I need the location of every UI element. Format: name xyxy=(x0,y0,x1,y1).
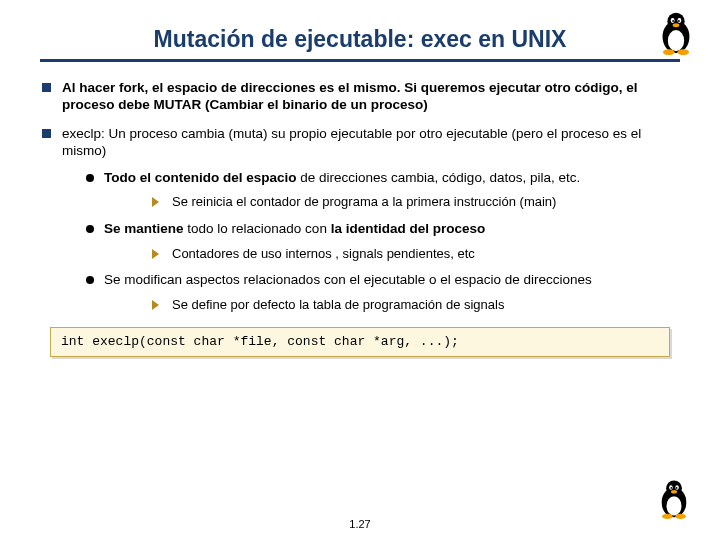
bullet-pc-reset: Se reinicia el contador de programa a la… xyxy=(104,194,680,210)
code-box: int execlp(const char *file, const char … xyxy=(50,327,670,357)
bullet-identity-kept: Se mantiene todo lo relacionado con la i… xyxy=(62,221,680,262)
bullet-execlp: execlp: Un proceso cambia (muta) su prop… xyxy=(40,126,680,313)
tux-icon xyxy=(652,476,696,520)
svg-point-17 xyxy=(671,490,677,494)
bullet-modified: Se modifican aspectos relacionados con e… xyxy=(62,272,680,313)
bullet-fork: Al hacer fork, el espacio de direcciones… xyxy=(40,80,680,114)
bullet-signal-table: Se define por defecto la tabla de progra… xyxy=(104,297,680,313)
slide-title: Mutación de ejecutable: exec en UNIX xyxy=(40,20,680,55)
title-underline xyxy=(40,59,680,62)
bullet-counters-signals: Contadores de uso internos , signals pen… xyxy=(104,246,680,262)
svg-point-16 xyxy=(676,487,678,489)
svg-point-12 xyxy=(666,480,682,496)
svg-point-11 xyxy=(667,496,682,515)
slide-content: Al hacer fork, el espacio de direcciones… xyxy=(40,80,680,357)
svg-point-15 xyxy=(670,487,672,489)
bullet-content-change: Todo el contenido del espacio de direcci… xyxy=(62,170,680,211)
page-number: 1.27 xyxy=(0,518,720,530)
